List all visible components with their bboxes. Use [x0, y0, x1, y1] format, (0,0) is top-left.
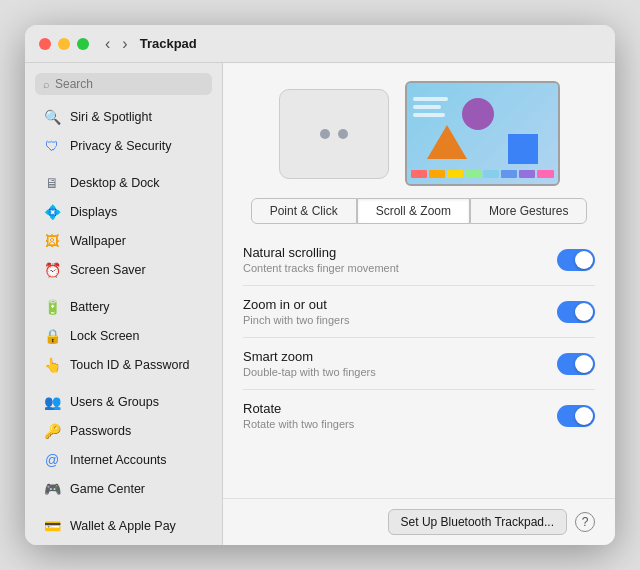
sidebar-item-wallet-apple-pay[interactable]: 💳Wallet & Apple Pay: [31, 512, 216, 540]
screen-line-3: [413, 113, 445, 117]
palette-color-6: [519, 170, 535, 178]
toggle-smart-zoom[interactable]: [557, 353, 595, 375]
screen-graphic: [405, 81, 560, 186]
sidebar-item-lock-screen[interactable]: 🔒Lock Screen: [31, 322, 216, 350]
main-window: ‹ › Trackpad ⌕ 🔍Siri & Spotlight🛡Privacy…: [25, 25, 615, 545]
sidebar-item-desktop-dock[interactable]: 🖥Desktop & Dock: [31, 169, 216, 197]
sidebar-label-desktop-dock: Desktop & Dock: [70, 176, 160, 190]
sidebar-item-wallpaper[interactable]: 🖼Wallpaper: [31, 227, 216, 255]
toggle-rotate[interactable]: [557, 405, 595, 427]
sidebar-label-wallet-apple-pay: Wallet & Apple Pay: [70, 519, 176, 533]
bottom-bar: Set Up Bluetooth Trackpad... ?: [223, 498, 615, 545]
sidebar-icon-internet-accounts: @: [43, 451, 61, 469]
palette-color-2: [447, 170, 463, 178]
sidebar: ⌕ 🔍Siri & Spotlight🛡Privacy & Security🖥D…: [25, 63, 223, 545]
sidebar-item-internet-accounts[interactable]: @Internet Accounts: [31, 446, 216, 474]
sidebar-label-battery: Battery: [70, 300, 110, 314]
palette-color-4: [483, 170, 499, 178]
preview-area: [223, 63, 615, 198]
sidebar-icon-privacy-security: 🛡: [43, 137, 61, 155]
sidebar-label-displays: Displays: [70, 205, 117, 219]
setting-label-zoom-in-out: Zoom in or out: [243, 297, 349, 312]
setting-text-zoom-in-out: Zoom in or outPinch with two fingers: [243, 297, 349, 326]
sidebar-label-touch-id-password: Touch ID & Password: [70, 358, 190, 372]
sidebar-icon-lock-screen: 🔒: [43, 327, 61, 345]
tab-scroll-zoom[interactable]: Scroll & Zoom: [357, 198, 470, 224]
main-panel: Point & ClickScroll & ZoomMore Gestures …: [223, 63, 615, 545]
sidebar-icon-wallet-apple-pay: 💳: [43, 517, 61, 535]
screen-triangle-shape: [427, 125, 467, 159]
bluetooth-trackpad-button[interactable]: Set Up Bluetooth Trackpad...: [388, 509, 567, 535]
setting-desc-smart-zoom: Double-tap with two fingers: [243, 366, 376, 378]
content-area: ⌕ 🔍Siri & Spotlight🛡Privacy & Security🖥D…: [25, 63, 615, 545]
setting-label-natural-scrolling: Natural scrolling: [243, 245, 399, 260]
tab-more-gestures[interactable]: More Gestures: [470, 198, 587, 224]
setting-row-zoom-in-out: Zoom in or outPinch with two fingers: [243, 286, 595, 338]
tab-point-click[interactable]: Point & Click: [251, 198, 357, 224]
help-button[interactable]: ?: [575, 512, 595, 532]
sidebar-item-privacy-security[interactable]: 🛡Privacy & Security: [31, 132, 216, 160]
setting-label-rotate: Rotate: [243, 401, 354, 416]
sidebar-icon-wallpaper: 🖼: [43, 232, 61, 250]
screen-line-1: [413, 97, 448, 101]
search-box[interactable]: ⌕: [35, 73, 212, 95]
sidebar-label-wallpaper: Wallpaper: [70, 234, 126, 248]
palette-color-7: [537, 170, 553, 178]
sidebar-label-game-center: Game Center: [70, 482, 145, 496]
palette-color-5: [501, 170, 517, 178]
screen-blue-rect: [508, 134, 538, 164]
sidebar-label-internet-accounts: Internet Accounts: [70, 453, 167, 467]
search-input[interactable]: [55, 77, 204, 91]
sidebar-icon-siri-spotlight: 🔍: [43, 108, 61, 126]
forward-button[interactable]: ›: [118, 34, 131, 54]
toggle-zoom-in-out[interactable]: [557, 301, 595, 323]
nav-arrows: ‹ ›: [101, 34, 132, 54]
tabs-row: Point & ClickScroll & ZoomMore Gestures: [223, 198, 615, 234]
sidebar-icon-screen-saver: ⏰: [43, 261, 61, 279]
sidebar-item-battery[interactable]: 🔋Battery: [31, 293, 216, 321]
sidebar-item-screen-saver[interactable]: ⏰Screen Saver: [31, 256, 216, 284]
sidebar-icon-users-groups: 👥: [43, 393, 61, 411]
setting-text-smart-zoom: Smart zoomDouble-tap with two fingers: [243, 349, 376, 378]
sidebar-item-game-center[interactable]: 🎮Game Center: [31, 475, 216, 503]
setting-label-smart-zoom: Smart zoom: [243, 349, 376, 364]
minimize-button[interactable]: [58, 38, 70, 50]
trackpad-dots: [320, 129, 348, 139]
setting-desc-rotate: Rotate with two fingers: [243, 418, 354, 430]
sidebar-item-displays[interactable]: 💠Displays: [31, 198, 216, 226]
setting-text-rotate: RotateRotate with two fingers: [243, 401, 354, 430]
close-button[interactable]: [39, 38, 51, 50]
trackpad-dot-1: [320, 129, 330, 139]
color-palette: [411, 170, 554, 178]
palette-color-1: [429, 170, 445, 178]
sidebar-label-passwords: Passwords: [70, 424, 131, 438]
back-button[interactable]: ‹: [101, 34, 114, 54]
sidebar-item-siri-spotlight[interactable]: 🔍Siri & Spotlight: [31, 103, 216, 131]
sidebar-icon-game-center: 🎮: [43, 480, 61, 498]
traffic-lights: [39, 38, 89, 50]
sidebar-label-siri-spotlight: Siri & Spotlight: [70, 110, 152, 124]
trackpad-graphic: [279, 89, 389, 179]
window-title: Trackpad: [140, 36, 197, 51]
setting-text-natural-scrolling: Natural scrollingContent tracks finger m…: [243, 245, 399, 274]
sidebar-label-privacy-security: Privacy & Security: [70, 139, 171, 153]
setting-row-smart-zoom: Smart zoomDouble-tap with two fingers: [243, 338, 595, 390]
sidebar-icon-touch-id-password: 👆: [43, 356, 61, 374]
sidebar-item-users-groups[interactable]: 👥Users & Groups: [31, 388, 216, 416]
palette-color-3: [465, 170, 481, 178]
sidebar-icon-displays: 💠: [43, 203, 61, 221]
setting-row-rotate: RotateRotate with two fingers: [243, 390, 595, 441]
setting-desc-zoom-in-out: Pinch with two fingers: [243, 314, 349, 326]
sidebar-label-screen-saver: Screen Saver: [70, 263, 146, 277]
sidebar-label-lock-screen: Lock Screen: [70, 329, 139, 343]
search-icon: ⌕: [43, 78, 50, 90]
palette-color-0: [411, 170, 427, 178]
toggle-natural-scrolling[interactable]: [557, 249, 595, 271]
trackpad-dot-2: [338, 129, 348, 139]
sidebar-item-touch-id-password[interactable]: 👆Touch ID & Password: [31, 351, 216, 379]
setting-row-natural-scrolling: Natural scrollingContent tracks finger m…: [243, 234, 595, 286]
setting-desc-natural-scrolling: Content tracks finger movement: [243, 262, 399, 274]
sidebar-icon-battery: 🔋: [43, 298, 61, 316]
maximize-button[interactable]: [77, 38, 89, 50]
sidebar-item-passwords[interactable]: 🔑Passwords: [31, 417, 216, 445]
